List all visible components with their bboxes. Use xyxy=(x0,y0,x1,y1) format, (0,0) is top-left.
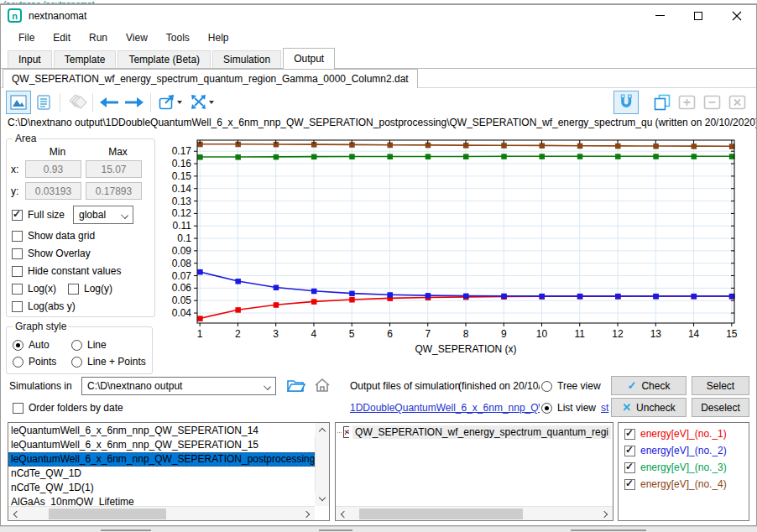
list-view-option[interactable]: List view xyxy=(541,402,596,414)
list-item[interactable]: leQuantumWell_6_x_6nm_nnp_QW_SEPERATION_… xyxy=(8,438,315,452)
forward-button[interactable] xyxy=(122,91,147,114)
scroll-right-button[interactable] xyxy=(598,507,613,521)
select-button[interactable]: Select xyxy=(692,376,749,395)
graph-view-button[interactable] xyxy=(6,91,31,114)
menu-edit[interactable]: Edit xyxy=(44,29,80,47)
legend-item[interactable]: energy[eV]_(no._1) xyxy=(619,425,749,442)
curve-4-label: energy[eV]_(no._4) xyxy=(640,478,727,490)
overlay-button[interactable] xyxy=(64,91,89,114)
copy-pages-icon xyxy=(653,94,671,111)
graph-style-line-radio[interactable] xyxy=(71,340,82,351)
log-x-checkbox[interactable] xyxy=(12,284,23,295)
tree-view-option[interactable]: Tree view xyxy=(541,380,601,392)
menu-tools[interactable]: Tools xyxy=(157,29,199,47)
expand-icon xyxy=(191,94,207,110)
tab-output[interactable]: Output xyxy=(283,48,335,69)
written-on-note: (written on 20/10/2020) xyxy=(655,117,756,128)
menu-run[interactable]: Run xyxy=(80,29,117,47)
scroll-down-button[interactable] xyxy=(315,492,329,506)
list-item-selected[interactable]: leQuantumWell_6_x_6nm_nnp_QW_SEPERATION_… xyxy=(8,452,315,467)
zoom-out-button[interactable] xyxy=(699,91,724,114)
curve-3-checkbox[interactable] xyxy=(624,462,635,473)
simulations-path-value: C:\D\nextnano output xyxy=(87,380,182,392)
tab-simulation[interactable]: Simulation xyxy=(212,50,281,69)
scroll-up-button[interactable] xyxy=(315,423,329,437)
maximize-button[interactable] xyxy=(679,5,718,26)
simulation-link[interactable]: 1DDoubleQuantumWell_6_x_6nm_nnp_QW_SEP xyxy=(350,402,540,414)
order-folders-option[interactable]: Order folders by date xyxy=(13,402,123,414)
scale-select[interactable]: global xyxy=(73,206,133,224)
home-button[interactable] xyxy=(313,377,332,396)
file-list-hscrollbar[interactable] xyxy=(336,506,613,520)
show-data-grid-checkbox[interactable] xyxy=(12,231,23,242)
menu-file[interactable]: File xyxy=(9,29,44,47)
list-item[interactable]: nCdTe_QW_1D xyxy=(8,467,315,481)
menu-view[interactable]: View xyxy=(117,29,157,47)
export-button[interactable] xyxy=(154,91,186,114)
text-view-button[interactable] xyxy=(31,91,56,114)
y-max-field[interactable]: 0.17893 xyxy=(86,182,142,200)
snap-magnet-button[interactable] xyxy=(613,91,639,114)
curve-1-checkbox[interactable] xyxy=(624,429,635,440)
zoom-in-button[interactable] xyxy=(674,91,699,114)
folder-list-vscrollbar[interactable] xyxy=(315,423,329,506)
x-min-field[interactable]: 0.93 xyxy=(25,160,81,178)
main-tab-strip: Input Template Template (Beta) Simulatio… xyxy=(1,49,756,69)
scroll-left-button[interactable] xyxy=(8,507,23,521)
minimize-button[interactable] xyxy=(640,5,679,26)
close-view-icon xyxy=(728,94,746,111)
tree-view-radio[interactable] xyxy=(541,381,552,392)
check-button[interactable]: ✓ Check xyxy=(611,376,687,395)
uncheck-button[interactable]: ✕ Uncheck xyxy=(611,398,687,417)
duplicate-window-button[interactable] xyxy=(649,91,674,114)
legend-item[interactable]: energy[eV]_(no._3) xyxy=(619,459,749,476)
deselect-button[interactable]: Deselect xyxy=(692,398,749,417)
y-min-field[interactable]: 0.03193 xyxy=(25,182,81,200)
svg-text:2: 2 xyxy=(235,328,241,340)
y-range-label: y: xyxy=(11,185,25,197)
list-view-radio[interactable] xyxy=(541,403,552,414)
legend-item[interactable]: energy[eV]_(no._4) xyxy=(619,476,749,493)
curve-3-label: energy[eV]_(no._3) xyxy=(640,462,727,473)
hscroll-thumb[interactable] xyxy=(359,509,523,519)
menu-help[interactable]: Help xyxy=(199,29,238,47)
curve-4-checkbox[interactable] xyxy=(624,479,635,490)
list-item[interactable]: AlGaAs_10nmQW_Lifetime xyxy=(8,495,315,506)
toolbar xyxy=(1,88,756,116)
show-overlay-checkbox[interactable] xyxy=(12,248,23,259)
log-y-checkbox[interactable] xyxy=(68,284,79,295)
output-file-item[interactable]: QW_SEPERATION_wf_energy_spectrum_quantum… xyxy=(336,423,613,439)
energy-spectrum-chart[interactable]: 1234567891011121314150.040.050.060.070.0… xyxy=(155,133,749,368)
folder-list-items: leQuantumWell_6_x_6nm_nnp_QW_SEPERATION_… xyxy=(8,424,315,506)
scroll-right-button[interactable] xyxy=(300,507,315,521)
curve-2-checkbox[interactable] xyxy=(624,446,635,456)
graph-style-auto-radio[interactable] xyxy=(13,340,23,351)
close-button[interactable] xyxy=(718,5,756,26)
full-size-checkbox[interactable] xyxy=(12,210,23,221)
tree-view-label: Tree view xyxy=(557,380,601,392)
legend-item[interactable]: energy[eV]_(no._2) xyxy=(619,442,749,459)
list-item[interactable]: leQuantumWell_6_x_6nm_nnp_QW_SEPERATION_… xyxy=(8,424,315,438)
scroll-left-button[interactable] xyxy=(336,507,350,521)
graph-style-points-radio[interactable] xyxy=(13,357,23,368)
hscroll-thumb[interactable] xyxy=(49,509,166,519)
back-button[interactable] xyxy=(97,91,122,114)
list-item[interactable]: nCdTe_QW_1D(1) xyxy=(8,481,315,495)
simulations-path-combobox[interactable]: C:\D\nextnano output xyxy=(81,377,276,395)
file-tab[interactable]: QW_SEPERATION_wf_energy_spectrum_quantum… xyxy=(3,69,418,88)
hide-constant-checkbox[interactable] xyxy=(12,266,23,277)
fullscreen-button[interactable] xyxy=(186,91,218,114)
tab-input[interactable]: Input xyxy=(8,50,52,69)
close-view-button[interactable] xyxy=(724,91,749,114)
tab-template[interactable]: Template xyxy=(54,50,117,69)
order-folders-checkbox[interactable] xyxy=(13,403,23,414)
uncheck-button-label: Uncheck xyxy=(636,402,676,414)
folder-list-hscrollbar[interactable] xyxy=(8,506,315,520)
x-max-field[interactable]: 15.07 xyxy=(86,160,142,178)
graph-style-line-points-radio[interactable] xyxy=(71,357,82,368)
log-abs-y-checkbox[interactable] xyxy=(12,301,23,312)
trailing-link[interactable]: st xyxy=(601,402,608,414)
tab-template-beta[interactable]: Template (Beta) xyxy=(117,50,211,69)
curve-legend-list: energy[eV]_(no._1) energy[eV]_(no._2) en… xyxy=(618,422,749,521)
browse-folder-button[interactable] xyxy=(286,377,306,396)
